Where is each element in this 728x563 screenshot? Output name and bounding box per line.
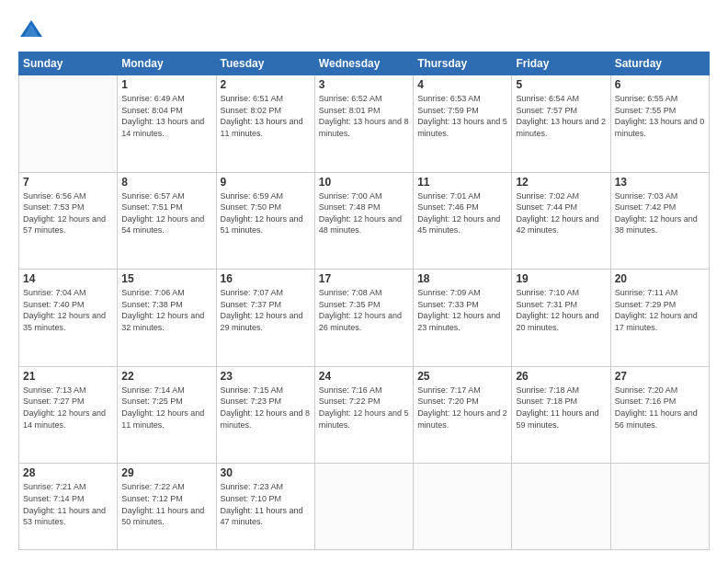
weekday-header-sunday: Sunday bbox=[19, 52, 118, 75]
day-number: 22 bbox=[121, 370, 211, 383]
day-info: Sunrise: 7:21 AMSunset: 7:14 PMDaylight:… bbox=[23, 481, 113, 527]
day-info: Sunrise: 6:54 AMSunset: 7:57 PMDaylight:… bbox=[516, 93, 606, 139]
calendar-cell bbox=[512, 464, 610, 550]
calendar-cell: 9Sunrise: 6:59 AMSunset: 7:50 PMDaylight… bbox=[216, 172, 314, 270]
day-number: 4 bbox=[417, 78, 507, 91]
day-info: Sunrise: 6:55 AMSunset: 7:55 PMDaylight:… bbox=[615, 93, 705, 139]
day-number: 10 bbox=[319, 176, 409, 189]
day-info: Sunrise: 7:03 AMSunset: 7:42 PMDaylight:… bbox=[615, 190, 705, 236]
day-number: 8 bbox=[121, 176, 211, 189]
calendar-cell: 1Sunrise: 6:49 AMSunset: 8:04 PMDaylight… bbox=[118, 75, 216, 173]
day-number: 12 bbox=[516, 176, 606, 189]
weekday-row: SundayMondayTuesdayWednesdayThursdayFrid… bbox=[19, 52, 710, 75]
calendar-cell: 25Sunrise: 7:17 AMSunset: 7:20 PMDayligh… bbox=[414, 366, 512, 464]
day-number: 23 bbox=[221, 370, 311, 383]
calendar-cell: 4Sunrise: 6:53 AMSunset: 7:59 PMDaylight… bbox=[414, 75, 512, 173]
calendar-table: SundayMondayTuesdayWednesdayThursdayFrid… bbox=[18, 52, 710, 550]
calendar-cell: 23Sunrise: 7:15 AMSunset: 7:23 PMDayligh… bbox=[216, 366, 314, 464]
day-number: 7 bbox=[23, 176, 113, 189]
day-number: 25 bbox=[417, 370, 507, 383]
day-number: 21 bbox=[23, 370, 113, 383]
calendar-week-row: 1Sunrise: 6:49 AMSunset: 8:04 PMDaylight… bbox=[19, 75, 710, 173]
day-number: 1 bbox=[121, 78, 211, 91]
day-number: 11 bbox=[417, 176, 507, 189]
calendar-cell: 13Sunrise: 7:03 AMSunset: 7:42 PMDayligh… bbox=[610, 172, 709, 270]
calendar-cell: 17Sunrise: 7:08 AMSunset: 7:35 PMDayligh… bbox=[314, 270, 413, 367]
day-number: 13 bbox=[615, 176, 705, 189]
day-number: 19 bbox=[516, 272, 606, 285]
header bbox=[18, 17, 710, 42]
calendar-cell: 20Sunrise: 7:11 AMSunset: 7:29 PMDayligh… bbox=[610, 270, 709, 367]
day-info: Sunrise: 7:11 AMSunset: 7:29 PMDaylight:… bbox=[615, 287, 705, 333]
day-number: 20 bbox=[615, 272, 705, 285]
day-info: Sunrise: 7:18 AMSunset: 7:18 PMDaylight:… bbox=[516, 385, 606, 431]
calendar-header: SundayMondayTuesdayWednesdayThursdayFrid… bbox=[19, 52, 710, 75]
day-number: 5 bbox=[516, 78, 606, 91]
day-number: 9 bbox=[221, 176, 311, 189]
calendar-cell: 19Sunrise: 7:10 AMSunset: 7:31 PMDayligh… bbox=[512, 270, 610, 367]
calendar-cell: 28Sunrise: 7:21 AMSunset: 7:14 PMDayligh… bbox=[19, 464, 118, 550]
calendar-cell bbox=[19, 75, 118, 173]
day-info: Sunrise: 7:23 AMSunset: 7:10 PMDaylight:… bbox=[221, 481, 311, 527]
calendar-cell: 18Sunrise: 7:09 AMSunset: 7:33 PMDayligh… bbox=[414, 270, 512, 367]
calendar-cell: 14Sunrise: 7:04 AMSunset: 7:40 PMDayligh… bbox=[19, 270, 118, 367]
weekday-header-friday: Friday bbox=[512, 52, 610, 75]
day-info: Sunrise: 6:52 AMSunset: 8:01 PMDaylight:… bbox=[319, 93, 409, 139]
day-info: Sunrise: 7:15 AMSunset: 7:23 PMDaylight:… bbox=[221, 385, 311, 431]
weekday-header-saturday: Saturday bbox=[610, 52, 709, 75]
day-number: 17 bbox=[319, 272, 409, 285]
day-number: 15 bbox=[121, 272, 211, 285]
calendar-cell bbox=[414, 464, 512, 550]
day-info: Sunrise: 7:14 AMSunset: 7:25 PMDaylight:… bbox=[121, 385, 211, 431]
day-number: 3 bbox=[319, 78, 409, 91]
calendar-cell: 15Sunrise: 7:06 AMSunset: 7:38 PMDayligh… bbox=[118, 270, 216, 367]
calendar-cell: 10Sunrise: 7:00 AMSunset: 7:48 PMDayligh… bbox=[314, 172, 413, 270]
calendar-cell bbox=[314, 464, 413, 550]
day-number: 14 bbox=[23, 272, 113, 285]
calendar-cell: 30Sunrise: 7:23 AMSunset: 7:10 PMDayligh… bbox=[216, 464, 314, 550]
day-number: 29 bbox=[121, 466, 211, 479]
day-number: 24 bbox=[319, 370, 409, 383]
calendar-cell: 22Sunrise: 7:14 AMSunset: 7:25 PMDayligh… bbox=[118, 366, 216, 464]
weekday-header-wednesday: Wednesday bbox=[314, 52, 413, 75]
calendar-week-row: 14Sunrise: 7:04 AMSunset: 7:40 PMDayligh… bbox=[19, 270, 710, 367]
calendar-cell: 24Sunrise: 7:16 AMSunset: 7:22 PMDayligh… bbox=[314, 366, 413, 464]
day-info: Sunrise: 7:02 AMSunset: 7:44 PMDaylight:… bbox=[516, 190, 606, 236]
day-info: Sunrise: 7:13 AMSunset: 7:27 PMDaylight:… bbox=[23, 385, 113, 431]
day-info: Sunrise: 6:53 AMSunset: 7:59 PMDaylight:… bbox=[417, 93, 507, 139]
page: SundayMondayTuesdayWednesdayThursdayFrid… bbox=[0, 0, 728, 563]
calendar-cell bbox=[610, 464, 709, 550]
calendar-cell: 5Sunrise: 6:54 AMSunset: 7:57 PMDaylight… bbox=[512, 75, 610, 173]
day-info: Sunrise: 6:59 AMSunset: 7:50 PMDaylight:… bbox=[221, 190, 311, 236]
day-number: 30 bbox=[221, 466, 311, 479]
weekday-header-thursday: Thursday bbox=[414, 52, 512, 75]
day-number: 28 bbox=[23, 466, 113, 479]
weekday-header-monday: Monday bbox=[118, 52, 216, 75]
day-info: Sunrise: 6:57 AMSunset: 7:51 PMDaylight:… bbox=[121, 190, 211, 236]
day-info: Sunrise: 7:09 AMSunset: 7:33 PMDaylight:… bbox=[417, 287, 507, 333]
calendar-cell: 2Sunrise: 6:51 AMSunset: 8:02 PMDaylight… bbox=[216, 75, 314, 173]
calendar-cell: 21Sunrise: 7:13 AMSunset: 7:27 PMDayligh… bbox=[19, 366, 118, 464]
day-number: 2 bbox=[221, 78, 311, 91]
day-info: Sunrise: 7:22 AMSunset: 7:12 PMDaylight:… bbox=[121, 481, 211, 527]
day-number: 16 bbox=[221, 272, 311, 285]
logo-icon bbox=[18, 17, 44, 42]
calendar-body: 1Sunrise: 6:49 AMSunset: 8:04 PMDaylight… bbox=[19, 75, 710, 550]
day-info: Sunrise: 7:16 AMSunset: 7:22 PMDaylight:… bbox=[319, 385, 409, 431]
calendar-week-row: 21Sunrise: 7:13 AMSunset: 7:27 PMDayligh… bbox=[19, 366, 710, 464]
calendar-cell: 6Sunrise: 6:55 AMSunset: 7:55 PMDaylight… bbox=[610, 75, 709, 173]
weekday-header-tuesday: Tuesday bbox=[216, 52, 314, 75]
logo bbox=[18, 17, 48, 42]
calendar-week-row: 7Sunrise: 6:56 AMSunset: 7:53 PMDaylight… bbox=[19, 172, 710, 270]
calendar-cell: 12Sunrise: 7:02 AMSunset: 7:44 PMDayligh… bbox=[512, 172, 610, 270]
day-number: 26 bbox=[516, 370, 606, 383]
day-info: Sunrise: 7:04 AMSunset: 7:40 PMDaylight:… bbox=[23, 287, 113, 333]
calendar-cell: 29Sunrise: 7:22 AMSunset: 7:12 PMDayligh… bbox=[118, 464, 216, 550]
calendar-cell: 7Sunrise: 6:56 AMSunset: 7:53 PMDaylight… bbox=[19, 172, 118, 270]
day-info: Sunrise: 7:00 AMSunset: 7:48 PMDaylight:… bbox=[319, 190, 409, 236]
day-info: Sunrise: 7:20 AMSunset: 7:16 PMDaylight:… bbox=[615, 385, 705, 431]
day-info: Sunrise: 6:51 AMSunset: 8:02 PMDaylight:… bbox=[221, 93, 311, 139]
day-number: 18 bbox=[417, 272, 507, 285]
day-info: Sunrise: 7:17 AMSunset: 7:20 PMDaylight:… bbox=[417, 385, 507, 431]
day-info: Sunrise: 7:07 AMSunset: 7:37 PMDaylight:… bbox=[221, 287, 311, 333]
